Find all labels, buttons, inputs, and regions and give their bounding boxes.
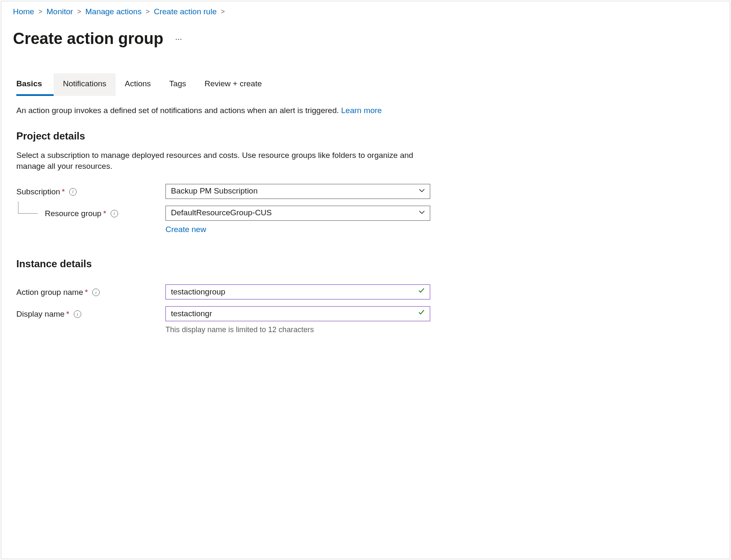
info-icon[interactable]: i bbox=[92, 289, 100, 296]
subscription-select[interactable]: Backup PM Subscription bbox=[165, 184, 430, 199]
required-asterisk: * bbox=[103, 209, 106, 218]
info-icon[interactable]: i bbox=[74, 310, 81, 318]
project-details-heading: Project details bbox=[16, 129, 447, 143]
tab-review-create[interactable]: Review + create bbox=[195, 73, 271, 96]
chevron-right-icon: > bbox=[146, 7, 150, 16]
breadcrumb-monitor[interactable]: Monitor bbox=[46, 6, 73, 18]
resource-group-value: DefaultResourceGroup-CUS bbox=[171, 207, 272, 219]
chevron-right-icon: > bbox=[39, 7, 42, 16]
tree-connector bbox=[16, 201, 41, 218]
breadcrumb-manage-actions[interactable]: Manage actions bbox=[85, 6, 142, 18]
info-icon[interactable]: i bbox=[69, 188, 77, 196]
more-icon[interactable]: ··· bbox=[175, 33, 182, 44]
chevron-right-icon: > bbox=[77, 7, 81, 16]
tab-tags[interactable]: Tags bbox=[160, 73, 195, 96]
chevron-right-icon: > bbox=[221, 7, 225, 16]
instance-details-heading: Instance details bbox=[16, 257, 447, 271]
info-icon[interactable]: i bbox=[111, 210, 118, 217]
action-group-name-label: Action group name* bbox=[16, 287, 88, 298]
resource-group-select[interactable]: DefaultResourceGroup-CUS bbox=[165, 206, 430, 221]
breadcrumb: Home > Monitor > Manage actions > Create… bbox=[1, 1, 730, 22]
checkmark-icon bbox=[418, 286, 425, 298]
required-asterisk: * bbox=[62, 187, 65, 196]
required-asterisk: * bbox=[85, 288, 88, 297]
tabs: Basics Notifications Actions Tags Review… bbox=[16, 73, 447, 96]
display-name-label: Display name* bbox=[16, 309, 70, 320]
required-asterisk: * bbox=[66, 310, 69, 318]
action-group-name-input[interactable] bbox=[165, 284, 430, 299]
resource-group-label: Resource group* bbox=[45, 208, 106, 219]
intro-text-content: An action group invokes a defined set of… bbox=[16, 106, 341, 115]
display-name-helper: This display name is limited to 12 chara… bbox=[165, 325, 430, 335]
checkmark-icon bbox=[418, 308, 425, 320]
page-title: Create action group bbox=[13, 28, 163, 50]
intro-text: An action group invokes a defined set of… bbox=[16, 105, 447, 116]
tab-basics[interactable]: Basics bbox=[16, 73, 54, 96]
learn-more-link[interactable]: Learn more bbox=[341, 106, 382, 115]
subscription-value: Backup PM Subscription bbox=[171, 186, 258, 197]
tab-notifications[interactable]: Notifications bbox=[54, 73, 116, 96]
subscription-label: Subscription* bbox=[16, 186, 65, 198]
tab-actions[interactable]: Actions bbox=[116, 73, 160, 96]
display-name-input[interactable] bbox=[165, 306, 430, 321]
create-new-link[interactable]: Create new bbox=[165, 224, 206, 235]
breadcrumb-home[interactable]: Home bbox=[13, 6, 34, 18]
project-details-desc: Select a subscription to manage deployed… bbox=[16, 150, 435, 172]
breadcrumb-create-action-rule[interactable]: Create action rule bbox=[154, 6, 217, 18]
